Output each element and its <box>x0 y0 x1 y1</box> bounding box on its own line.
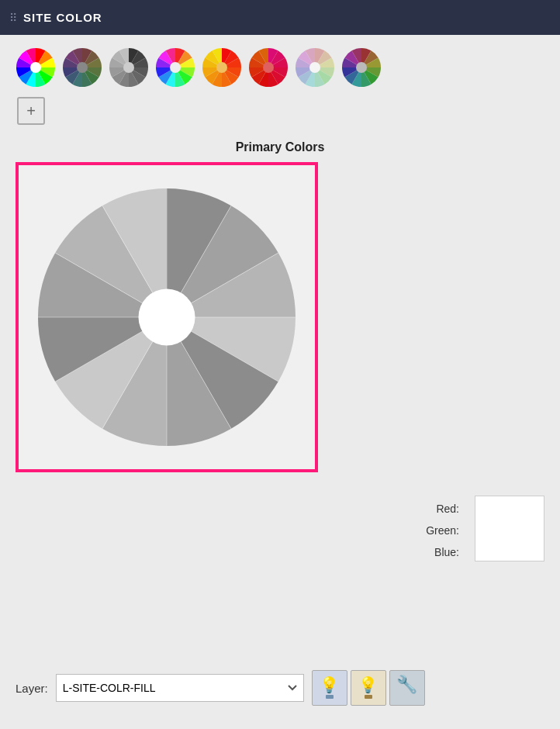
primary-colors-label: Primary Colors <box>16 140 544 154</box>
add-button-row: + <box>16 97 544 125</box>
color-wheel-thumb-4[interactable] <box>155 47 195 88</box>
eyedropper-tool-button[interactable]: 🔧 <box>389 670 425 706</box>
green-label: Green: <box>426 522 459 539</box>
color-preview-box <box>475 496 544 561</box>
color-wheel-thumb-2[interactable] <box>62 47 102 88</box>
rgb-area: Red: Green: Blue: <box>16 496 544 561</box>
color-wheel-thumb-6[interactable] <box>248 47 289 88</box>
color-wheel-thumb-7[interactable] <box>295 47 335 88</box>
rgb-labels: Red: Green: Blue: <box>426 496 459 561</box>
drag-handle-icon: ⠿ <box>9 12 17 24</box>
main-panel: + Primary Colors Red: Green: Blue: Layer… <box>0 35 560 729</box>
color-wheel-thumb-5[interactable] <box>202 47 242 88</box>
blue-label: Blue: <box>434 544 459 561</box>
blue-light-tool-button[interactable]: 💡 <box>312 670 347 706</box>
add-color-wheel-button[interactable]: + <box>17 97 45 125</box>
tool-stand-blue <box>326 695 334 699</box>
blue-bulb-icon: 💡 <box>320 677 339 693</box>
eyedropper-icon: 🔧 <box>396 676 417 693</box>
color-wheel-thumb-1[interactable] <box>16 47 56 88</box>
large-color-wheel[interactable] <box>35 185 299 449</box>
large-color-wheel-container[interactable] <box>16 162 318 472</box>
tool-stand-yellow <box>365 695 372 699</box>
layer-row: Layer: L-SITE-COLR-FILLL-SITE-COLR-OUTLI… <box>16 670 544 706</box>
color-wheel-thumb-3[interactable] <box>109 47 149 88</box>
color-wheel-row <box>16 47 544 88</box>
layer-label: Layer: <box>16 682 48 695</box>
layer-select[interactable]: L-SITE-COLR-FILLL-SITE-COLR-OUTLINEL-SIT… <box>56 674 304 702</box>
yellow-light-tool-button[interactable]: 💡 <box>351 670 386 706</box>
red-label: Red: <box>436 500 459 517</box>
tool-buttons: 💡 💡 🔧 <box>312 670 425 706</box>
color-wheel-thumb-8[interactable] <box>341 47 382 88</box>
yellow-bulb-icon: 💡 <box>358 677 378 693</box>
app-title: SITE COLOR <box>23 11 102 24</box>
header-bar: ⠿ SITE COLOR <box>0 0 560 35</box>
